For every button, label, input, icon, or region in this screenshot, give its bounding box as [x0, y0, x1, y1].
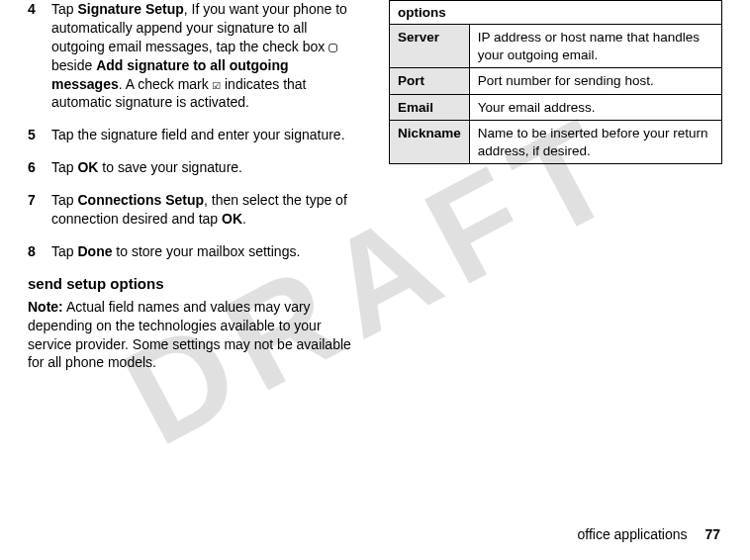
text: to store your mailbox settings. — [112, 243, 300, 259]
note-paragraph: Note: Actual field names and values may … — [28, 298, 361, 373]
step-7: 7 Tap Connections Setup, then select the… — [28, 191, 361, 229]
options-header: options — [390, 1, 722, 25]
step-body: Tap Connections Setup, then select the t… — [51, 191, 361, 229]
bold-label: OK — [77, 159, 98, 175]
table-header-row: options — [390, 1, 722, 25]
step-5: 5 Tap the signature field and enter your… — [28, 126, 361, 144]
step-body: Tap the signature field and enter your s… — [51, 126, 361, 144]
text: . — [242, 211, 246, 227]
step-body: Tap Done to store your mailbox settings. — [51, 242, 361, 261]
step-body: Tap Signature Setup, If you want your ph… — [51, 0, 361, 112]
table-row: Server IP address or host name that hand… — [390, 25, 722, 68]
footer-text: office applications — [577, 526, 687, 542]
option-desc: Port number for sending host. — [469, 68, 721, 95]
checkbox-checked-icon: ☑ — [213, 76, 221, 92]
option-label: Nickname — [390, 121, 470, 164]
step-number: 8 — [28, 242, 51, 261]
page-footer: office applications 77 — [577, 526, 720, 542]
options-table: options Server IP address or host name t… — [389, 0, 722, 164]
text: Tap — [51, 159, 77, 175]
bold-label: Signature Setup — [77, 1, 183, 17]
text: to save your signature. — [98, 159, 242, 175]
bold-label: Connections Setup — [77, 192, 204, 208]
text: Tap — [51, 243, 77, 259]
step-8: 8 Tap Done to store your mailbox setting… — [28, 242, 361, 261]
section-heading: send setup options — [28, 275, 361, 292]
option-label: Port — [390, 68, 470, 95]
right-column: options Server IP address or host name t… — [375, 0, 722, 372]
step-number: 4 — [28, 0, 51, 112]
option-desc: Your email address. — [469, 94, 721, 121]
step-number: 6 — [28, 158, 51, 177]
option-desc: IP address or host name that handles you… — [469, 25, 721, 68]
table-row: Port Port number for sending host. — [390, 68, 722, 95]
bold-label: OK — [222, 211, 242, 227]
step-number: 5 — [28, 126, 51, 144]
step-number: 7 — [28, 191, 51, 229]
text: beside — [51, 57, 96, 73]
option-label: Email — [390, 94, 470, 121]
left-column: 4 Tap Signature Setup, If you want your … — [28, 0, 375, 372]
checkbox-empty-icon: ▢ — [328, 39, 336, 54]
text: Tap — [51, 1, 77, 17]
option-label: Server — [390, 25, 470, 68]
text: . A check mark — [119, 76, 213, 92]
step-6: 6 Tap OK to save your signature. — [28, 158, 361, 177]
table-row: Nickname Name to be inserted before your… — [390, 121, 722, 164]
note-text: Actual field names and values may vary d… — [28, 299, 351, 371]
step-body: Tap OK to save your signature. — [51, 158, 361, 177]
text: Tap — [51, 192, 77, 208]
page-number: 77 — [704, 526, 720, 542]
option-desc: Name to be inserted before your return a… — [469, 121, 721, 164]
step-4: 4 Tap Signature Setup, If you want your … — [28, 0, 361, 112]
note-label: Note: — [28, 299, 63, 315]
table-row: Email Your email address. — [390, 94, 722, 121]
bold-label: Done — [77, 243, 112, 259]
